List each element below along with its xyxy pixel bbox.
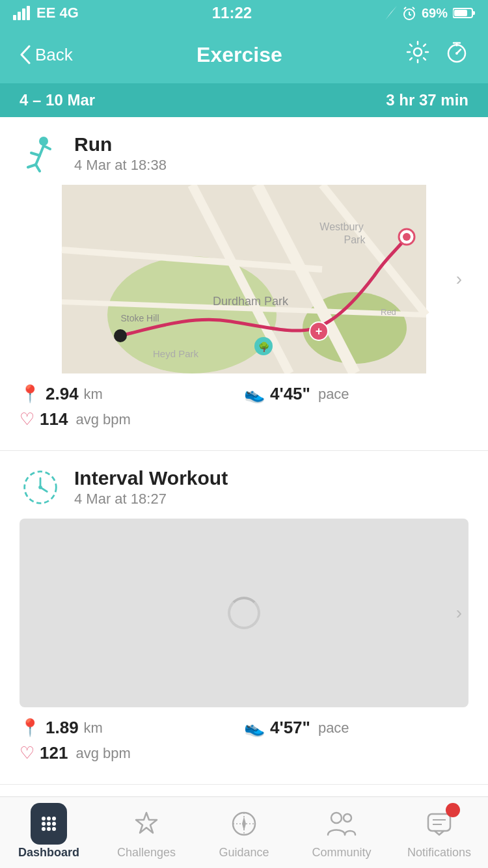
- activity-type-interval-1: Interval Workout: [74, 467, 228, 489]
- pace-stat-2: 👟 4'57" pace: [244, 718, 468, 738]
- community-people-icon: [327, 810, 357, 837]
- pace-label-2: pace: [318, 720, 349, 737]
- distance-value-1: 2.94: [46, 384, 79, 404]
- alarm-icon: [402, 6, 416, 20]
- back-chevron-icon: [20, 45, 31, 64]
- nav-title: Exercise: [197, 43, 282, 67]
- distance-stat-1: 📍 2.94 km: [20, 384, 244, 404]
- svg-point-75: [344, 814, 351, 822]
- timer-icon: [445, 40, 468, 64]
- svg-marker-4: [385, 6, 397, 20]
- interval-map-1[interactable]: ›: [20, 519, 468, 707]
- svg-point-65: [52, 822, 56, 826]
- back-label: Back: [35, 45, 73, 65]
- nav-bar: Back Exercise: [0, 26, 488, 83]
- svg-line-20: [40, 146, 44, 156]
- stats-row-1-top: 📍 2.94 km 👟 4'45" pace: [20, 384, 468, 404]
- tab-challenges-label: Challenges: [117, 846, 176, 860]
- week-date-range: 4 – 10 Mar: [20, 91, 95, 109]
- svg-text:Heyd Park: Heyd Park: [153, 348, 199, 359]
- heart-stat-2: ♡ 121 avg bpm: [20, 743, 468, 763]
- svg-point-46: [403, 233, 411, 241]
- pace-icon-1: 👟: [244, 384, 265, 404]
- week-bar: 4 – 10 Mar 3 hr 37 min: [0, 83, 488, 117]
- tab-dashboard-label: Dashboard: [18, 846, 79, 860]
- activity-item-interval-1: Interval Workout 4 Mar at 18:27 › 📍 1.89…: [0, 451, 488, 785]
- svg-line-22: [36, 156, 40, 165]
- interval-figure-icon: [21, 468, 59, 506]
- tab-notifications-label: Notifications: [407, 846, 471, 860]
- run-map-1[interactable]: Durdham Park Stoke Hill Westbury Park Sa…: [20, 185, 468, 373]
- notification-badge: [446, 803, 460, 817]
- dashboard-active-bg: [31, 803, 67, 845]
- status-left: EE 4G: [13, 5, 79, 21]
- svg-text:Park: Park: [344, 234, 366, 245]
- stats-row-2-top: 📍 1.89 km 👟 4'57" pace: [20, 718, 468, 738]
- tab-community[interactable]: Community: [293, 806, 390, 860]
- svg-marker-73: [242, 817, 246, 831]
- activity-date-run-1: 4 Mar at 18:38: [74, 157, 167, 174]
- distance-value-2: 1.89: [46, 718, 79, 738]
- loading-spinner: [228, 597, 260, 629]
- map-chevron-icon: ›: [456, 269, 462, 290]
- gear-icon: [406, 40, 429, 64]
- battery-label: 69%: [422, 6, 448, 21]
- svg-text:Stoke Hill: Stoke Hill: [120, 313, 159, 323]
- heart-value-1: 114: [40, 409, 68, 429]
- activity-item-run-1: Run 4 Mar at 18:38 Durdham P: [0, 117, 488, 451]
- svg-point-52: [38, 485, 42, 489]
- settings-button[interactable]: [406, 40, 429, 69]
- back-button[interactable]: Back: [20, 45, 73, 65]
- activity-header-run-1: Run 4 Mar at 18:38: [20, 133, 468, 174]
- svg-point-42: [114, 329, 127, 342]
- svg-text:Durdham Park: Durdham Park: [213, 295, 289, 308]
- activity-date-interval-1: 4 Mar at 18:27: [74, 491, 228, 508]
- challenges-icon-wrap: [128, 806, 165, 842]
- tab-community-label: Community: [312, 846, 371, 860]
- battery-icon: [453, 7, 475, 19]
- distance-stat-2: 📍 1.89 km: [20, 718, 244, 738]
- location-arrow-icon: [385, 6, 397, 20]
- distance-unit-2: km: [84, 720, 103, 737]
- distance-icon-2: 📍: [20, 718, 40, 738]
- svg-point-60: [42, 817, 46, 821]
- svg-point-64: [47, 822, 51, 826]
- tab-notifications[interactable]: Notifications: [390, 806, 488, 860]
- svg-text:Westbury: Westbury: [319, 221, 363, 232]
- tab-bar: Dashboard Challenges Guidance: [0, 796, 488, 868]
- dashboard-icon-wrap: [31, 806, 67, 842]
- svg-point-63: [42, 822, 46, 826]
- tab-guidance[interactable]: Guidance: [195, 806, 293, 860]
- interval-map-chevron-icon: ›: [456, 603, 462, 623]
- svg-line-9: [413, 7, 414, 9]
- guidance-icon-wrap: [226, 806, 262, 842]
- carrier-label: EE 4G: [36, 5, 79, 21]
- svg-line-24: [36, 165, 40, 171]
- svg-line-21: [31, 153, 40, 156]
- svg-rect-2: [22, 8, 25, 20]
- svg-point-74: [331, 813, 342, 823]
- svg-point-19: [39, 137, 48, 146]
- svg-rect-76: [428, 814, 450, 831]
- pace-value-1: 4'45": [270, 384, 310, 404]
- star-icon: [133, 810, 160, 837]
- distance-icon-1: 📍: [20, 384, 40, 404]
- svg-point-62: [52, 817, 56, 821]
- signal-icon: [13, 6, 31, 20]
- tab-challenges[interactable]: Challenges: [98, 806, 195, 860]
- heart-label-1: avg bpm: [75, 411, 130, 428]
- nav-icons: [406, 40, 468, 69]
- interval-icon-wrap: [20, 467, 61, 508]
- tab-dashboard[interactable]: Dashboard: [0, 806, 98, 860]
- notifications-icon-wrap: [421, 806, 457, 842]
- svg-marker-69: [136, 813, 157, 833]
- svg-rect-3: [27, 6, 30, 20]
- running-figure-icon: [21, 135, 59, 172]
- map-svg-run-1: Durdham Park Stoke Hill Westbury Park Sa…: [20, 185, 468, 373]
- compass-icon: [230, 810, 258, 837]
- timer-button[interactable]: [445, 40, 468, 69]
- status-bar: EE 4G 11:22 69%: [0, 0, 488, 26]
- svg-line-8: [404, 7, 406, 9]
- pace-stat-1: 👟 4'45" pace: [244, 384, 468, 404]
- svg-rect-0: [13, 15, 16, 20]
